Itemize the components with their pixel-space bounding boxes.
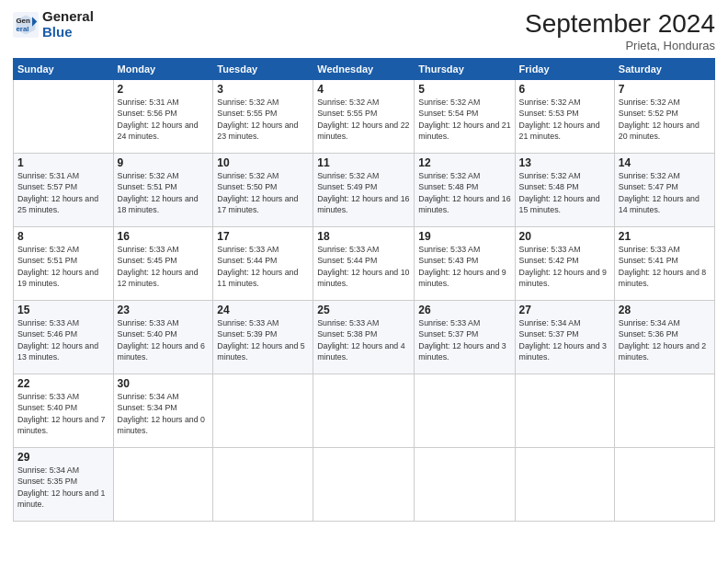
table-row: 28Sunrise: 5:34 AMSunset: 5:36 PMDayligh…: [614, 301, 714, 374]
table-row: 9Sunrise: 5:32 AMSunset: 5:51 PMDaylight…: [113, 154, 213, 227]
day-info: Sunrise: 5:32 AMSunset: 5:54 PMDaylight:…: [418, 97, 510, 142]
day-number: 7: [619, 83, 711, 96]
day-info: Sunrise: 5:32 AMSunset: 5:55 PMDaylight:…: [217, 97, 309, 142]
table-row: 29Sunrise: 5:34 AMSunset: 5:35 PMDayligh…: [14, 448, 114, 522]
col-monday: Monday: [113, 59, 213, 80]
table-row: [614, 448, 714, 522]
logo-icon: Gen eral: [13, 12, 39, 38]
table-row: 2Sunrise: 5:31 AMSunset: 5:56 PMDaylight…: [113, 80, 213, 154]
day-info: Sunrise: 5:33 AMSunset: 5:46 PMDaylight:…: [17, 317, 109, 362]
col-tuesday: Tuesday: [213, 59, 313, 80]
day-info: Sunrise: 5:31 AMSunset: 5:57 PMDaylight:…: [17, 170, 109, 215]
calendar-week-row: 29Sunrise: 5:34 AMSunset: 5:35 PMDayligh…: [14, 448, 715, 522]
table-row: 3Sunrise: 5:32 AMSunset: 5:55 PMDaylight…: [213, 80, 313, 154]
day-info: Sunrise: 5:33 AMSunset: 5:41 PMDaylight:…: [619, 244, 711, 289]
day-info: Sunrise: 5:33 AMSunset: 5:45 PMDaylight:…: [118, 244, 210, 289]
page: Gen eral General Blue September 2024 Pri…: [0, 0, 728, 563]
day-number: 17: [217, 230, 309, 243]
day-info: Sunrise: 5:33 AMSunset: 5:37 PMDaylight:…: [418, 317, 510, 362]
table-row: [213, 374, 313, 448]
table-row: 10Sunrise: 5:32 AMSunset: 5:50 PMDayligh…: [213, 154, 313, 227]
title-block: September 2024 Prieta, Honduras: [525, 9, 715, 52]
day-info: Sunrise: 5:34 AMSunset: 5:34 PMDaylight:…: [118, 391, 210, 436]
table-row: 4Sunrise: 5:32 AMSunset: 5:55 PMDaylight…: [313, 80, 415, 154]
day-info: Sunrise: 5:32 AMSunset: 5:51 PMDaylight:…: [118, 170, 210, 215]
day-info: Sunrise: 5:32 AMSunset: 5:48 PMDaylight:…: [519, 170, 610, 215]
day-number: 18: [317, 230, 410, 243]
table-row: 26Sunrise: 5:33 AMSunset: 5:37 PMDayligh…: [415, 301, 515, 374]
table-row: 11Sunrise: 5:32 AMSunset: 5:49 PMDayligh…: [313, 154, 415, 227]
logo-text-block: General Blue: [42, 9, 94, 40]
day-number: 23: [118, 304, 210, 316]
day-number: 15: [17, 304, 109, 316]
table-row: 16Sunrise: 5:33 AMSunset: 5:45 PMDayligh…: [113, 227, 213, 301]
day-info: Sunrise: 5:32 AMSunset: 5:48 PMDaylight:…: [418, 170, 510, 215]
table-row: 22Sunrise: 5:33 AMSunset: 5:40 PMDayligh…: [14, 374, 114, 448]
table-row: 25Sunrise: 5:33 AMSunset: 5:38 PMDayligh…: [313, 301, 415, 374]
logo-line1: General: [42, 9, 94, 25]
day-info: Sunrise: 5:33 AMSunset: 5:40 PMDaylight:…: [118, 317, 210, 362]
day-info: Sunrise: 5:32 AMSunset: 5:50 PMDaylight:…: [217, 170, 309, 215]
day-info: Sunrise: 5:33 AMSunset: 5:38 PMDaylight:…: [317, 317, 410, 362]
day-info: Sunrise: 5:31 AMSunset: 5:56 PMDaylight:…: [118, 97, 210, 142]
day-info: Sunrise: 5:32 AMSunset: 5:49 PMDaylight:…: [317, 170, 410, 215]
col-sunday: Sunday: [14, 59, 114, 80]
day-number: 2: [118, 83, 210, 96]
day-info: Sunrise: 5:32 AMSunset: 5:47 PMDaylight:…: [619, 170, 711, 215]
day-number: 27: [519, 304, 610, 316]
col-saturday: Saturday: [614, 59, 714, 80]
day-number: 5: [418, 83, 510, 96]
day-number: 9: [118, 156, 210, 169]
table-row: 1Sunrise: 5:31 AMSunset: 5:57 PMDaylight…: [14, 154, 114, 227]
calendar: Sunday Monday Tuesday Wednesday Thursday…: [13, 58, 715, 522]
day-number: 26: [418, 304, 510, 316]
day-info: Sunrise: 5:33 AMSunset: 5:42 PMDaylight:…: [519, 244, 610, 289]
table-row: [113, 448, 213, 522]
table-row: [313, 374, 415, 448]
table-row: 5Sunrise: 5:32 AMSunset: 5:54 PMDaylight…: [415, 80, 515, 154]
day-info: Sunrise: 5:34 AMSunset: 5:35 PMDaylight:…: [17, 465, 109, 510]
day-number: 14: [619, 156, 711, 169]
day-info: Sunrise: 5:32 AMSunset: 5:53 PMDaylight:…: [519, 97, 610, 142]
day-number: 25: [317, 304, 410, 316]
table-row: 23Sunrise: 5:33 AMSunset: 5:40 PMDayligh…: [113, 301, 213, 374]
table-row: [313, 448, 415, 522]
day-info: Sunrise: 5:32 AMSunset: 5:51 PMDaylight:…: [17, 244, 109, 289]
day-number: 6: [519, 83, 610, 96]
day-info: Sunrise: 5:33 AMSunset: 5:39 PMDaylight:…: [217, 317, 309, 362]
day-number: 11: [317, 156, 410, 169]
table-row: 6Sunrise: 5:32 AMSunset: 5:53 PMDaylight…: [515, 80, 614, 154]
table-row: [415, 374, 515, 448]
day-number: 19: [418, 230, 510, 243]
table-row: [614, 374, 714, 448]
table-row: [213, 448, 313, 522]
table-row: 24Sunrise: 5:33 AMSunset: 5:39 PMDayligh…: [213, 301, 313, 374]
calendar-week-row: 8Sunrise: 5:32 AMSunset: 5:51 PMDaylight…: [14, 227, 715, 301]
day-info: Sunrise: 5:34 AMSunset: 5:36 PMDaylight:…: [619, 317, 711, 362]
calendar-week-row: 2Sunrise: 5:31 AMSunset: 5:56 PMDaylight…: [14, 80, 715, 154]
table-row: 30Sunrise: 5:34 AMSunset: 5:34 PMDayligh…: [113, 374, 213, 448]
table-row: [515, 374, 614, 448]
svg-text:eral: eral: [17, 25, 29, 33]
subtitle: Prieta, Honduras: [525, 39, 715, 52]
table-row: 20Sunrise: 5:33 AMSunset: 5:42 PMDayligh…: [515, 227, 614, 301]
day-number: 21: [619, 230, 711, 243]
table-row: 15Sunrise: 5:33 AMSunset: 5:46 PMDayligh…: [14, 301, 114, 374]
day-info: Sunrise: 5:33 AMSunset: 5:43 PMDaylight:…: [418, 244, 510, 289]
day-number: 29: [17, 451, 109, 464]
col-friday: Friday: [515, 59, 614, 80]
day-number: 20: [519, 230, 610, 243]
day-info: Sunrise: 5:32 AMSunset: 5:55 PMDaylight:…: [317, 97, 410, 142]
day-number: 4: [317, 83, 410, 96]
day-number: 16: [118, 230, 210, 243]
day-number: 30: [118, 377, 210, 390]
table-row: 13Sunrise: 5:32 AMSunset: 5:48 PMDayligh…: [515, 154, 614, 227]
table-row: [14, 80, 114, 154]
calendar-header-row: Sunday Monday Tuesday Wednesday Thursday…: [14, 59, 715, 80]
header: Gen eral General Blue September 2024 Pri…: [13, 9, 715, 52]
day-number: 8: [17, 230, 109, 243]
month-title: September 2024: [525, 9, 715, 39]
table-row: 8Sunrise: 5:32 AMSunset: 5:51 PMDaylight…: [14, 227, 114, 301]
day-info: Sunrise: 5:33 AMSunset: 5:44 PMDaylight:…: [317, 244, 410, 289]
day-info: Sunrise: 5:34 AMSunset: 5:37 PMDaylight:…: [519, 317, 610, 362]
